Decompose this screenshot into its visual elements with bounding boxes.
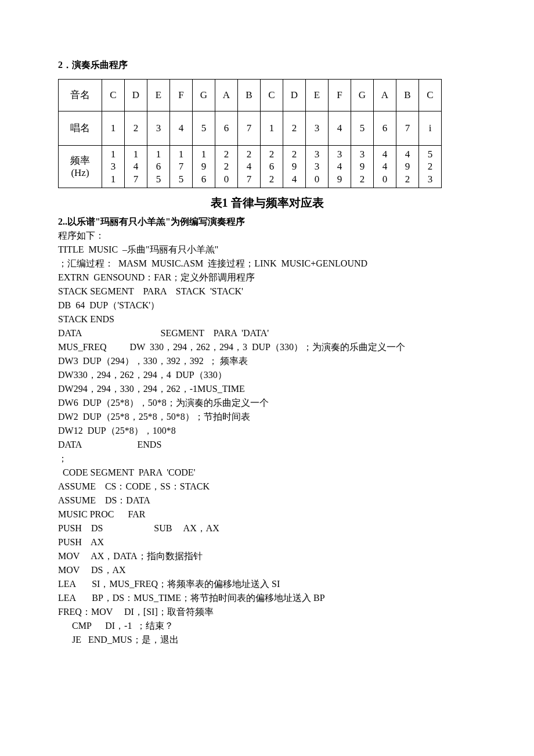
table-cell: 1 [102, 111, 125, 146]
table-cell: 392 [351, 146, 374, 188]
table-cell: 349 [329, 146, 351, 188]
table-cell: 165 [147, 146, 170, 188]
table-cell: A [374, 80, 396, 111]
table-cell: 262 [261, 146, 283, 188]
table-cell: 440 [374, 146, 396, 188]
table-cell: B [238, 80, 261, 111]
table-cell: 6 [374, 111, 396, 146]
table-caption: 表1 音律与频率对应表 [58, 194, 476, 211]
assembly-code-block: TITLE MUSIC –乐曲"玛丽有只小羊羔" ；汇编过程： MASM MUS… [58, 243, 476, 647]
table-cell: 147 [125, 146, 147, 188]
table-cell: D [125, 80, 147, 111]
intro-text: 程序如下： [58, 229, 476, 243]
table-cell: 2 [283, 111, 306, 146]
table-cell: 7 [238, 111, 261, 146]
table-cell: 175 [170, 146, 193, 188]
table-cell: 131 [102, 146, 125, 188]
table-cell: 4 [329, 111, 351, 146]
table-cell: 247 [238, 146, 261, 188]
pitch-frequency-table: 音名 C D E F G A B C D E F G A B C 唱名 1 2 … [58, 79, 442, 188]
table-cell: 1 [261, 111, 283, 146]
row-header-sing: 唱名 [59, 111, 102, 146]
table-cell: 4 [170, 111, 193, 146]
table-cell: C [419, 80, 442, 111]
table-cell: F [329, 80, 351, 111]
table-cell: G [193, 80, 215, 111]
table-cell: 7 [396, 111, 419, 146]
table-cell: 330 [306, 146, 329, 188]
table-cell: B [396, 80, 419, 111]
table-cell: 220 [215, 146, 238, 188]
table-cell: 523 [419, 146, 442, 188]
table-row-freq: 频率(Hz) 131 147 165 175 196 220 247 262 2… [59, 146, 442, 188]
table-cell: F [170, 80, 193, 111]
table-cell: 3 [306, 111, 329, 146]
table-cell: A [215, 80, 238, 111]
section-title: 2．演奏乐曲程序 [58, 58, 476, 72]
table-row-note: 音名 C D E F G A B C D E F G A B C [59, 80, 442, 111]
table-cell: 294 [283, 146, 306, 188]
table-cell: E [147, 80, 170, 111]
table-cell: G [351, 80, 374, 111]
subsection-title: 2..以乐谱"玛丽有只小羊羔"为例编写演奏程序 [58, 215, 476, 229]
row-header-freq: 频率(Hz) [59, 146, 102, 188]
table-cell: 196 [193, 146, 215, 188]
table-cell: 492 [396, 146, 419, 188]
table-cell: 5 [351, 111, 374, 146]
table-row-sing: 唱名 1 2 3 4 5 6 7 1 2 3 4 5 6 7 i [59, 111, 442, 146]
table-cell: 3 [147, 111, 170, 146]
table-cell: 2 [125, 111, 147, 146]
row-header-note: 音名 [59, 80, 102, 111]
table-cell: i [419, 111, 442, 146]
table-cell: 6 [215, 111, 238, 146]
table-cell: C [102, 80, 125, 111]
table-cell: D [283, 80, 306, 111]
table-cell: 5 [193, 111, 215, 146]
table-cell: C [261, 80, 283, 111]
table-cell: E [306, 80, 329, 111]
